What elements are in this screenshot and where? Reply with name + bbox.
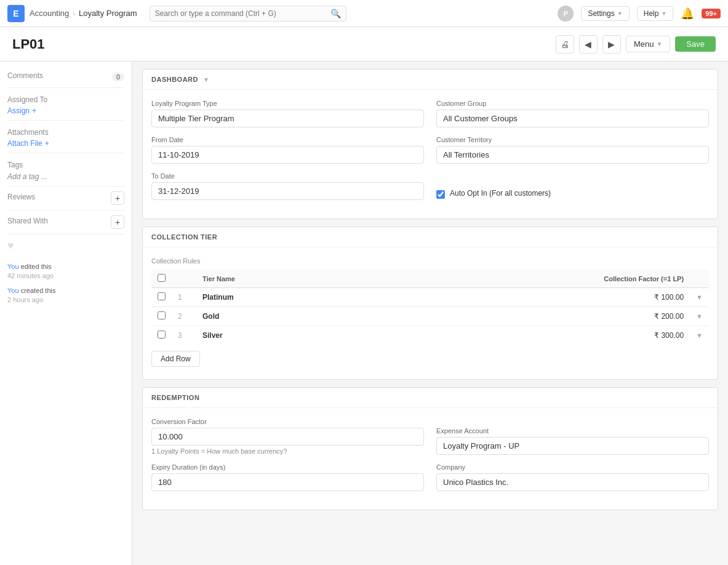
from-date-label: From Date xyxy=(151,136,424,143)
to-date-input[interactable] xyxy=(151,182,424,200)
activity-action-1: edited this xyxy=(21,263,52,270)
conversion-hint: 1 Loyalty Points = How much base currenc… xyxy=(151,447,424,455)
company-group: Company xyxy=(436,463,709,491)
breadcrumb: Accounting › Loyalty Program xyxy=(30,9,137,18)
dashboard-header[interactable]: DASHBOARD ▼ xyxy=(143,70,718,90)
page-actions: 🖨 ◀ ▶ Menu ▼ Save xyxy=(556,35,716,54)
dashboard-section: DASHBOARD ▼ Loyalty Program Type Custome… xyxy=(142,69,718,219)
row-checkbox[interactable] xyxy=(158,331,166,339)
add-tag-input[interactable]: Add a tag ... xyxy=(7,172,47,181)
redemption-header[interactable]: REDEMPTION xyxy=(143,388,718,408)
collection-tier-header[interactable]: COLLECTION TIER xyxy=(143,227,718,247)
to-date-group: To Date xyxy=(151,172,424,200)
breadcrumb-accounting[interactable]: Accounting xyxy=(30,9,69,18)
settings-button[interactable]: Settings ▼ xyxy=(581,6,629,21)
menu-arrow-icon: ▼ xyxy=(656,41,662,47)
comments-section: Comments 0 xyxy=(7,71,124,82)
add-row-button[interactable]: Add Row xyxy=(151,351,200,367)
collection-tier-label: COLLECTION TIER xyxy=(151,233,217,241)
breadcrumb-loyalty[interactable]: Loyalty Program xyxy=(79,9,137,18)
customer-territory-input[interactable] xyxy=(436,146,709,164)
search-icon: 🔍 xyxy=(330,9,341,18)
reviews-label: Reviews xyxy=(7,193,35,201)
app-logo[interactable]: E xyxy=(7,5,25,22)
row-checkbox[interactable] xyxy=(158,292,166,300)
favorite-icon[interactable]: ♥ xyxy=(7,239,14,252)
activity-section: You edited this 42 minutes ago You creat… xyxy=(7,262,124,305)
expense-account-input[interactable] xyxy=(436,437,709,455)
attach-plus-icon: + xyxy=(45,139,49,148)
tags-label: Tags xyxy=(7,161,124,169)
breadcrumb-sep-1: › xyxy=(73,10,75,17)
customer-group-input[interactable] xyxy=(436,110,709,127)
search-bar[interactable]: 🔍 xyxy=(150,6,346,22)
tier-name-cell: Platinum xyxy=(196,288,358,307)
conversion-factor-group: Conversion Factor 1 Loyalty Points = How… xyxy=(151,418,424,455)
from-date-input[interactable] xyxy=(151,146,424,164)
form-row-3: To Date Auto Opt In (For all customers) xyxy=(151,172,709,200)
sidebar: Comments 0 Assigned To Assign + Attachme… xyxy=(0,62,132,565)
row-expand-icon[interactable]: ▼ xyxy=(696,313,703,320)
collection-factor-cell: ₹ 300.00 xyxy=(358,326,690,345)
main-content: DASHBOARD ▼ Loyalty Program Type Custome… xyxy=(132,62,728,565)
collection-table: Tier Name Collection Factor (=1 LP) 1 Pl… xyxy=(151,270,709,345)
expense-account-label: Expense Account xyxy=(436,427,709,435)
collection-tier-body: Collection Rules Tier Name Collection Fa… xyxy=(143,247,718,379)
row-number: 2 xyxy=(172,307,196,326)
row-expand-icon[interactable]: ▼ xyxy=(696,294,703,301)
conversion-factor-input[interactable] xyxy=(151,428,424,446)
comments-count: 0 xyxy=(112,73,124,81)
company-input[interactable] xyxy=(436,473,709,491)
page-title: LP01 xyxy=(12,36,45,52)
expiry-duration-label: Expiry Duration (in days) xyxy=(151,463,424,471)
row-expand-icon[interactable]: ▼ xyxy=(696,332,703,339)
customer-group-form-group: Customer Group xyxy=(436,100,709,127)
assign-link[interactable]: Assign + xyxy=(7,106,124,115)
form-row-1: Loyalty Program Type Customer Group xyxy=(151,100,709,127)
help-button[interactable]: Help ▼ xyxy=(637,6,674,21)
tier-name-header: Tier Name xyxy=(196,270,358,288)
auto-opt-in-label: Auto Opt In (For all customers) xyxy=(450,189,551,198)
redemption-row-1: Conversion Factor 1 Loyalty Points = How… xyxy=(151,418,709,455)
print-button[interactable]: 🖨 xyxy=(556,35,574,54)
collection-factor-cell: ₹ 200.00 xyxy=(358,307,690,326)
add-review-button[interactable]: + xyxy=(111,191,124,205)
collection-rules-label: Collection Rules xyxy=(151,257,709,265)
settings-arrow-icon: ▼ xyxy=(617,10,623,17)
next-button[interactable]: ▶ xyxy=(602,35,621,54)
tags-section: Tags Add a tag ... xyxy=(7,161,124,181)
search-input[interactable] xyxy=(155,9,330,18)
nav-right: P Settings ▼ Help ▼ 🔔 99+ xyxy=(558,6,721,22)
expiry-duration-input[interactable] xyxy=(151,473,424,491)
auto-opt-in-checkbox[interactable] xyxy=(436,190,445,199)
redemption-section: REDEMPTION Conversion Factor 1 Loyalty P… xyxy=(142,387,718,510)
menu-button[interactable]: Menu ▼ xyxy=(626,36,670,52)
row-checkbox[interactable] xyxy=(158,311,166,319)
row-number: 3 xyxy=(172,326,196,345)
layout: Comments 0 Assigned To Assign + Attachme… xyxy=(0,62,728,565)
loyalty-program-type-label: Loyalty Program Type xyxy=(151,100,424,107)
redemption-label: REDEMPTION xyxy=(151,394,199,401)
activity-entry-2: You created this 2 hours ago xyxy=(7,286,124,305)
loyalty-program-type-input[interactable] xyxy=(151,110,424,127)
table-select-all-checkbox[interactable] xyxy=(158,274,166,282)
dashboard-body: Loyalty Program Type Customer Group From… xyxy=(143,90,718,218)
activity-who-2: You xyxy=(7,287,19,294)
assigned-to-section: Assigned To Assign + xyxy=(7,95,124,115)
prev-button[interactable]: ◀ xyxy=(579,35,598,54)
customer-territory-group: Customer Territory xyxy=(436,136,709,164)
loyalty-program-type-group: Loyalty Program Type xyxy=(151,100,424,127)
notification-icon[interactable]: 🔔 xyxy=(681,7,694,20)
table-row: 3 Silver ₹ 300.00 ▼ xyxy=(151,326,709,345)
activity-who-1: You xyxy=(7,263,19,270)
company-label: Company xyxy=(436,463,709,471)
comments-label: Comments xyxy=(7,71,43,80)
collection-factor-header: Collection Factor (=1 LP) xyxy=(358,270,690,288)
attach-file-link[interactable]: Attach File + xyxy=(7,139,124,148)
add-shared-button[interactable]: + xyxy=(111,215,124,229)
collection-factor-cell: ₹ 100.00 xyxy=(358,288,690,307)
auto-opt-in-group: Auto Opt In (For all customers) xyxy=(436,178,709,200)
save-button[interactable]: Save xyxy=(675,36,716,52)
activity-when-1: 42 minutes ago xyxy=(7,271,124,281)
table-row: 2 Gold ₹ 200.00 ▼ xyxy=(151,307,709,326)
